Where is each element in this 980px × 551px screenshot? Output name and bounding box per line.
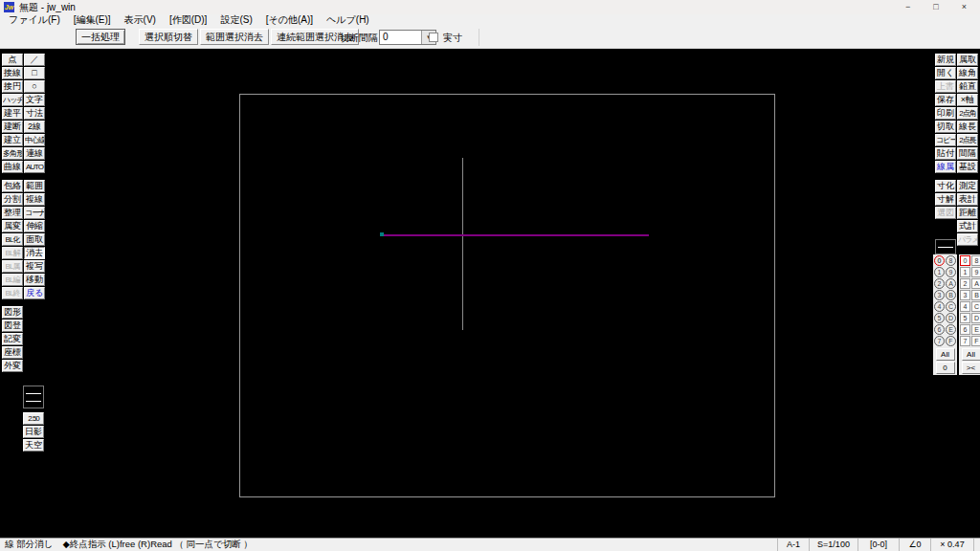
tool-button-選図[interactable]: 選図: [935, 207, 956, 219]
layer-circle-E[interactable]: E: [946, 324, 956, 335]
tool-button-□[interactable]: □: [24, 67, 45, 79]
tool-button-線角[interactable]: 線角: [957, 67, 978, 79]
layer-square-3[interactable]: 3: [960, 290, 970, 300]
layer-circle-1[interactable]: 1: [934, 267, 945, 277]
tool-button-消去[interactable]: 消去: [24, 247, 45, 259]
tool-button-○[interactable]: ○: [24, 80, 45, 93]
tool-button-包絡[interactable]: 包絡: [2, 180, 23, 192]
tool-button-間隔[interactable]: 間隔: [957, 147, 978, 160]
tool-button-鉛直[interactable]: 鉛直: [957, 80, 978, 93]
layer-square-F[interactable]: F: [971, 336, 980, 346]
tool-button-点[interactable]: 点: [2, 54, 23, 66]
tool-button-整理[interactable]: 整理: [2, 207, 23, 219]
tool-button-図登[interactable]: 図登: [2, 320, 23, 332]
tool-button-文字[interactable]: 文字: [24, 94, 45, 106]
tool-button-基設[interactable]: 基設: [957, 161, 978, 173]
tool-button-新規[interactable]: 新規: [935, 54, 956, 66]
tool-button-接円[interactable]: 接円: [2, 80, 23, 93]
layer-square-7[interactable]: 7: [960, 336, 970, 346]
control-button-選択順切替[interactable]: 選択順切替: [139, 29, 198, 45]
layer-square-all-button[interactable]: All: [962, 348, 980, 361]
tool-button-建立[interactable]: 建立: [2, 134, 23, 146]
tool-button-2点長[interactable]: 2点長: [957, 134, 978, 146]
menu-item-表示(V)[interactable]: 表示(V): [118, 13, 163, 27]
tool-button-AUTO[interactable]: AUTO: [24, 161, 45, 173]
tool-button-記変[interactable]: 記変: [2, 333, 23, 345]
tool-button-日影[interactable]: 日影: [23, 426, 44, 438]
status-cell-[0-0][interactable]: [0-0]: [858, 539, 899, 551]
layer-square-2[interactable]: 2: [960, 278, 970, 289]
tool-button-寸解[interactable]: 寸解: [935, 193, 956, 206]
tool-button-寸法[interactable]: 寸法: [24, 107, 45, 120]
tool-button-式計[interactable]: 式計: [957, 220, 978, 232]
layer-circle-9[interactable]: 9: [946, 267, 956, 277]
drawing-canvas[interactable]: 点接線接円ハッチ建平建断建立多角形曲線包絡分割整理属変BL化BL解BL属BL編B…: [0, 49, 980, 538]
tool-button-2点角[interactable]: 2点角: [957, 107, 978, 120]
tool-button-移動[interactable]: 移動: [24, 274, 45, 286]
layer-square-B[interactable]: B: [971, 290, 980, 300]
tool-button-図形[interactable]: 図形: [2, 306, 23, 319]
layer-square-6[interactable]: 6: [960, 324, 970, 335]
layer-circle-tail-button[interactable]: 0: [936, 362, 955, 374]
layer-square-5[interactable]: 5: [960, 313, 970, 323]
tool-button-BL編[interactable]: BL編: [2, 274, 23, 286]
layer-square-0[interactable]: 0: [960, 255, 970, 266]
tool-button-範囲[interactable]: 範囲: [24, 180, 45, 192]
tool-button-多角形[interactable]: 多角形: [2, 147, 23, 160]
menu-item-ヘルプ(H)[interactable]: ヘルプ(H): [320, 13, 376, 27]
tool-button-2.50[interactable]: 2.50: [23, 412, 44, 425]
tool-button-曲線[interactable]: 曲線: [2, 161, 23, 173]
tool-button-天空[interactable]: 天空: [23, 439, 44, 452]
tool-button-BL属[interactable]: BL属: [2, 260, 23, 273]
tool-button-接線[interactable]: 接線: [2, 67, 23, 79]
tool-button-建断[interactable]: 建断: [2, 121, 23, 133]
tool-button-測定[interactable]: 測定: [957, 180, 978, 192]
minimize-icon[interactable]: −: [905, 3, 910, 11]
layer-circle-8[interactable]: 8: [946, 255, 956, 266]
menu-item-[作図(D)][interactable]: [作図(D)]: [163, 13, 213, 27]
close-icon[interactable]: ×: [962, 3, 967, 11]
layer-circle-2[interactable]: 2: [934, 278, 945, 289]
layer-circle-B[interactable]: B: [946, 290, 956, 300]
tool-button-線長[interactable]: 線長: [957, 121, 978, 133]
tool-button-コピー[interactable]: コピー: [935, 134, 956, 146]
layer-circle-D[interactable]: D: [946, 313, 956, 323]
tool-button-コーナー[interactable]: コーナー: [24, 207, 45, 219]
tool-button-／[interactable]: ／: [24, 54, 45, 66]
maximize-icon[interactable]: □: [933, 3, 938, 11]
layer-square-D[interactable]: D: [971, 313, 980, 323]
status-cell-A-1[interactable]: A-1: [777, 539, 809, 551]
layer-circle-0[interactable]: 0: [934, 255, 945, 266]
cut-interval-combobox[interactable]: 0 ▼: [379, 30, 436, 45]
layer-circle-F[interactable]: F: [946, 336, 956, 346]
tool-button-保存[interactable]: 保存: [935, 94, 956, 106]
tool-button-面取[interactable]: 面取: [24, 233, 45, 246]
tool-button-建平[interactable]: 建平: [2, 107, 23, 120]
tool-button-2線[interactable]: 2線: [24, 121, 45, 133]
layer-circle-C[interactable]: C: [946, 301, 956, 312]
status-cell-× 0.47[interactable]: × 0.47: [930, 539, 974, 551]
layer-circle-all-button[interactable]: All: [936, 348, 955, 361]
status-cell-S=1/100[interactable]: S=1/100: [809, 539, 858, 551]
tool-button-中心線[interactable]: 中心線: [24, 134, 45, 146]
menu-item-[編集(E)][interactable]: [編集(E)]: [67, 13, 118, 27]
tool-button-ハッチ[interactable]: ハッチ: [2, 94, 23, 106]
tool-button-複線[interactable]: 複線: [24, 193, 45, 206]
menu-item-[その他(A)][interactable]: [その他(A)]: [259, 13, 320, 27]
line-attribute-swatch[interactable]: [23, 386, 44, 408]
tool-button-距離[interactable]: 距離: [957, 207, 978, 219]
layer-square-8[interactable]: 8: [971, 255, 980, 266]
layer-square-C[interactable]: C: [971, 301, 980, 312]
tool-button-線属[interactable]: 線属: [935, 161, 956, 173]
tool-button-属取[interactable]: 属取: [957, 54, 978, 66]
jissun-checkbox[interactable]: [429, 33, 438, 42]
layer-square-A[interactable]: A: [971, 278, 980, 289]
layer-square-tail-button[interactable]: ><: [962, 362, 980, 374]
tool-button-印刷[interactable]: 印刷: [935, 107, 956, 120]
tool-button-座標[interactable]: 座標: [2, 346, 23, 359]
tool-button-外変[interactable]: 外変: [2, 360, 23, 372]
tool-button-BL終[interactable]: BL終: [2, 287, 23, 299]
tool-button-BL化[interactable]: BL化: [2, 233, 23, 246]
tool-button-伸縮[interactable]: 伸縮: [24, 220, 45, 232]
tool-button-表計[interactable]: 表計: [957, 193, 978, 206]
